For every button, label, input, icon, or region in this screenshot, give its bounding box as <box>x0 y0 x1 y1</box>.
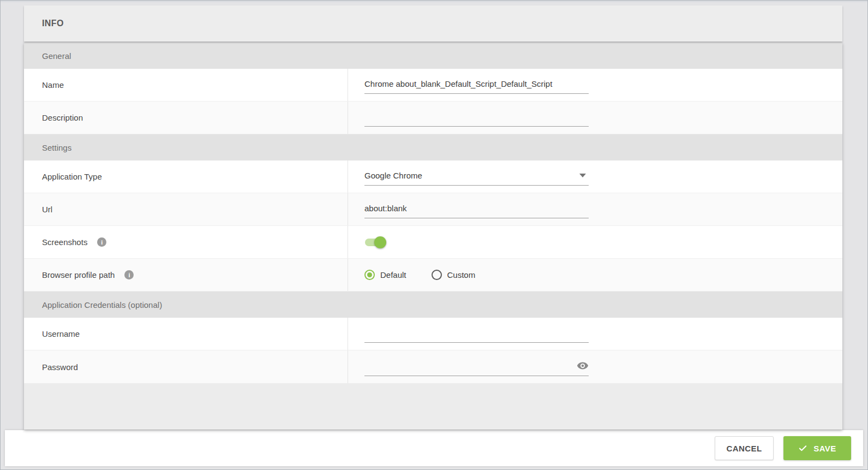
screenshots-toggle[interactable] <box>364 236 386 248</box>
name-label: Name <box>24 69 348 101</box>
window-top-strip <box>1 1 867 2</box>
radio-selected-icon <box>364 270 375 280</box>
url-label: Url <box>24 193 348 225</box>
card-body: General Name Description <box>24 43 842 430</box>
page-title: INFO <box>42 19 64 28</box>
card-header: INFO <box>24 5 842 41</box>
description-label: Description <box>24 102 348 134</box>
cancel-button[interactable]: CANCEL <box>715 436 774 460</box>
field-row-application-type: Application Type Google Chrome <box>24 160 842 193</box>
password-input[interactable] <box>364 358 589 376</box>
section-header-settings-label: Settings <box>42 143 71 152</box>
field-row-password: Password <box>24 350 842 383</box>
section-header-credentials: Application Credentials (optional) <box>24 291 842 318</box>
browser-profile-path-radio-group: Default Custom <box>364 270 475 280</box>
application-type-label: Application Type <box>24 160 348 193</box>
info-icon[interactable]: i <box>124 270 134 279</box>
name-input[interactable] <box>364 76 589 94</box>
radio-default-label: Default <box>380 270 406 279</box>
field-row-url: Url <box>24 193 842 226</box>
username-input[interactable] <box>364 325 589 343</box>
description-input[interactable] <box>364 109 589 127</box>
action-bar: CANCEL SAVE <box>5 430 863 466</box>
app-window: INFO General Name Description <box>0 0 868 470</box>
radio-unselected-icon <box>432 270 442 280</box>
save-button[interactable]: SAVE <box>783 436 851 460</box>
radio-option-default[interactable]: Default <box>364 270 406 280</box>
info-card: INFO General Name Description <box>24 5 842 430</box>
info-icon[interactable]: i <box>97 237 106 247</box>
application-type-select[interactable]: Google Chrome <box>364 168 589 186</box>
section-header-general: General <box>24 43 842 69</box>
field-row-browser-profile-path: Browser profile path i Default Custom <box>24 259 842 291</box>
checkmark-icon <box>798 444 807 453</box>
url-input[interactable] <box>364 200 589 218</box>
field-row-description: Description <box>24 102 842 134</box>
application-type-selected-value: Google Chrome <box>364 171 422 180</box>
show-password-eye-icon[interactable] <box>577 360 589 372</box>
chevron-down-icon <box>579 174 586 177</box>
field-row-screenshots: Screenshots i <box>24 226 842 259</box>
radio-option-custom[interactable]: Custom <box>432 270 476 280</box>
password-label: Password <box>24 350 348 383</box>
browser-profile-path-label: Browser profile path <box>42 270 115 279</box>
save-button-label: SAVE <box>813 444 836 453</box>
card-footer <box>24 383 842 430</box>
screenshots-label: Screenshots <box>42 237 87 247</box>
field-row-name: Name <box>24 69 842 102</box>
field-row-username: Username <box>24 318 842 350</box>
cancel-button-label: CANCEL <box>727 444 762 453</box>
section-header-credentials-label: Application Credentials (optional) <box>42 300 162 310</box>
section-header-general-label: General <box>42 51 71 61</box>
section-header-settings: Settings <box>24 134 842 160</box>
radio-custom-label: Custom <box>447 270 476 279</box>
toggle-knob <box>374 236 386 248</box>
username-label: Username <box>24 318 348 350</box>
